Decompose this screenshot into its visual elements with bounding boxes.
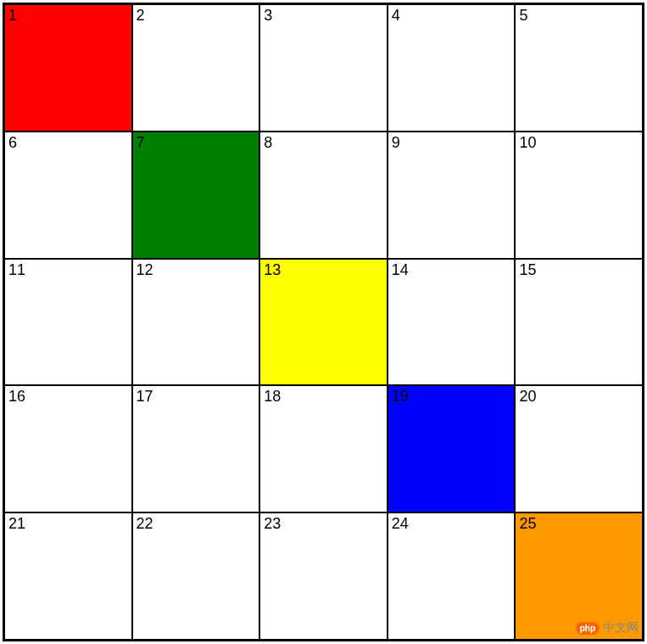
grid-cell-24: 24 <box>388 512 516 640</box>
number-grid: 1234567891011121314151617181920212223242… <box>3 3 644 641</box>
grid-cell-8: 8 <box>259 132 388 259</box>
grid-cell-23: 23 <box>259 512 388 640</box>
grid-cell-22: 22 <box>132 512 260 640</box>
grid-cell-15: 15 <box>515 259 643 386</box>
grid-cell-19: 19 <box>388 385 516 512</box>
watermark-text: 中文网 <box>603 620 639 636</box>
grid-cell-7: 7 <box>132 132 260 259</box>
watermark: php 中文网 <box>576 620 639 636</box>
grid-cell-5: 5 <box>515 4 643 132</box>
grid-cell-14: 14 <box>388 259 516 386</box>
grid-cell-2: 2 <box>132 4 260 132</box>
grid-cell-9: 9 <box>388 132 516 259</box>
grid-cell-16: 16 <box>4 385 132 512</box>
grid-cell-13: 13 <box>259 259 388 386</box>
grid-cell-17: 17 <box>132 385 260 512</box>
grid-cell-6: 6 <box>4 132 132 259</box>
grid-cell-1: 1 <box>4 4 132 132</box>
grid-cell-10: 10 <box>515 132 643 259</box>
grid-cell-3: 3 <box>259 4 388 132</box>
watermark-logo: php <box>576 622 600 635</box>
grid-cell-21: 21 <box>4 512 132 640</box>
grid-cell-12: 12 <box>132 259 260 386</box>
grid-cell-18: 18 <box>259 385 388 512</box>
grid-cell-4: 4 <box>388 4 516 132</box>
grid-cell-20: 20 <box>515 385 643 512</box>
grid-cell-11: 11 <box>4 259 132 386</box>
